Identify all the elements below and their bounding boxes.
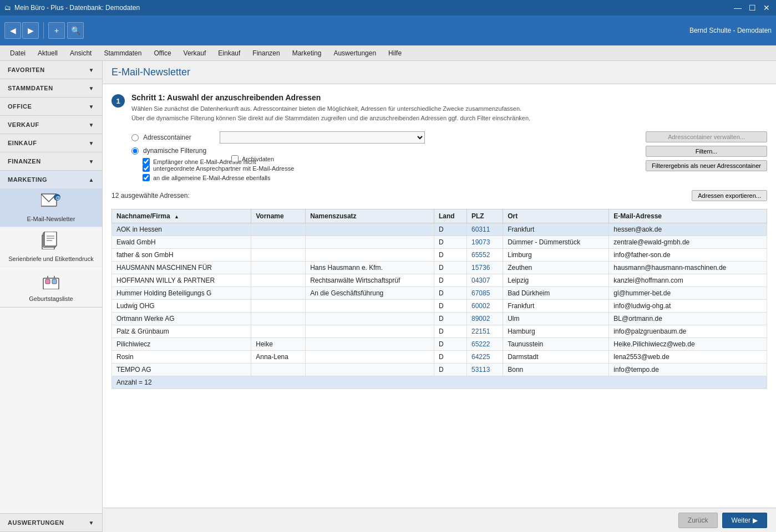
next-button-label: Weiter bbox=[732, 516, 750, 524]
sidebar-header-finanzen[interactable]: FINANZEN ▼ bbox=[0, 152, 102, 170]
chevron-down-icon: ▼ bbox=[89, 520, 94, 526]
table-cell: Leipzig bbox=[503, 274, 609, 287]
table-cell: TEMPO AG bbox=[112, 364, 251, 376]
table-cell: gl@hummer-bet.de bbox=[609, 287, 767, 300]
filtern-button[interactable]: Filtern... bbox=[646, 146, 767, 157]
table-cell: Rechtsanwälte Wirtschaftsprüf bbox=[306, 274, 434, 287]
titlebar-title: Mein Büro - Plus - Datenbank: Demodaten bbox=[14, 4, 140, 12]
menu-datei[interactable]: Datei bbox=[4, 47, 31, 59]
col-header-vorname[interactable]: Vorname bbox=[251, 209, 306, 223]
table-cell: zentrale@ewald-gmbh.de bbox=[609, 236, 767, 249]
adresscontainer-combo[interactable] bbox=[220, 131, 425, 144]
menu-stammdaten[interactable]: Stammdaten bbox=[98, 47, 147, 59]
menu-verkauf[interactable]: Verkauf bbox=[178, 47, 212, 59]
export-button[interactable]: Adressen exportieren... bbox=[692, 190, 767, 201]
table-row[interactable]: TEMPO AGD53113Bonninfo@tempo.de bbox=[112, 364, 767, 376]
col-header-land[interactable]: Land bbox=[434, 209, 466, 223]
menu-marketing[interactable]: Marketing bbox=[287, 47, 327, 59]
col-header-plz[interactable]: PLZ bbox=[467, 209, 503, 223]
check-archivdaten-row: Archivdaten bbox=[231, 155, 637, 162]
table-row[interactable]: HAUSMANN MASCHINEN FÜRHans Hausmann e. K… bbox=[112, 262, 767, 274]
menu-auswertungen[interactable]: Auswertungen bbox=[328, 47, 382, 59]
menu-aktuell[interactable]: Aktuell bbox=[32, 47, 63, 59]
nav-back-button[interactable]: ◀ bbox=[4, 22, 21, 39]
sidebar-header-verkauf[interactable]: VERKAUF ▼ bbox=[0, 116, 102, 134]
sidebar-header-einkauf[interactable]: EINKAUF ▼ bbox=[0, 134, 102, 152]
sidebar-header-office[interactable]: OFFICE ▼ bbox=[0, 98, 102, 115]
form-section: Adresscontainer dynamische Filterung bbox=[131, 131, 767, 183]
table-cell: D bbox=[434, 274, 466, 287]
table-cell: Palz & Grünbaum bbox=[112, 325, 251, 338]
search-button[interactable]: 🔍 bbox=[67, 22, 84, 39]
table-cell bbox=[251, 262, 306, 274]
menu-office[interactable]: Office bbox=[148, 47, 176, 59]
sidebar-header-auswertungen[interactable]: AUSWERTUNGEN ▼ bbox=[0, 514, 102, 531]
filterergebnis-button[interactable]: Filterergebnis als neuer Adresscontainer bbox=[646, 160, 767, 171]
step-title: Schritt 1: Auswahl der anzuschreibenden … bbox=[131, 93, 530, 102]
table-row[interactable]: RosinAnna-LenaD64225Darmstadtlena2553@we… bbox=[112, 351, 767, 364]
table-cell: hessen@aok.de bbox=[609, 223, 767, 236]
table-row[interactable]: Hummer Holding Beteiligungs GAn die Gesc… bbox=[112, 287, 767, 300]
table-cell: D bbox=[434, 287, 466, 300]
maximize-button[interactable]: ☐ bbox=[747, 3, 757, 12]
table-row[interactable]: PilichiwieczHeikeD65222TaunussteinHeike.… bbox=[112, 338, 767, 351]
check-allgemeine[interactable] bbox=[143, 174, 150, 181]
sidebar-header-favoriten[interactable]: FAVORITEN ▼ bbox=[0, 61, 102, 79]
table-cell: Bonn bbox=[503, 364, 609, 376]
sidebar-section-favoriten: FAVORITEN ▼ bbox=[0, 61, 102, 79]
table-cell: AOK in Hessen bbox=[112, 223, 251, 236]
col-header-ort[interactable]: Ort bbox=[503, 209, 609, 223]
table-row[interactable]: Ludwig OHGD60002Frankfurtinfo@ludwig-ohg… bbox=[112, 300, 767, 313]
table-cell: D bbox=[434, 300, 466, 313]
table-cell: An die Geschäftsführung bbox=[306, 287, 434, 300]
next-button[interactable]: Weiter ▶ bbox=[722, 513, 767, 528]
user-label: Bernd Schulte - Demodaten bbox=[689, 27, 772, 34]
col-header-name[interactable]: Nachname/Firma ▲ bbox=[112, 209, 251, 223]
table-row[interactable]: Ortmann Werke AGD89002UlmBL@ortmann.de bbox=[112, 313, 767, 325]
sidebar-header-stammdaten[interactable]: STAMMDATEN ▼ bbox=[0, 79, 102, 97]
check-untergeordnete[interactable] bbox=[143, 165, 150, 172]
table-row[interactable]: father & son GmbHD65552Limburginfo@fathe… bbox=[112, 249, 767, 262]
table-cell bbox=[251, 364, 306, 376]
table-cell: Ulm bbox=[503, 313, 609, 325]
new-button[interactable]: + bbox=[48, 22, 65, 39]
table-cell: BL@ortmann.de bbox=[609, 313, 767, 325]
table-row[interactable]: Palz & GrünbaumD22151Hamburginfo@palzgru… bbox=[112, 325, 767, 338]
sidebar-header-marketing[interactable]: MARKETING ▲ bbox=[0, 171, 102, 188]
table-cell: lena2553@web.de bbox=[609, 351, 767, 364]
toolbar: ◀ ▶ + 🔍 Bernd Schulte - Demodaten bbox=[0, 16, 776, 45]
menu-hilfe[interactable]: Hilfe bbox=[383, 47, 407, 59]
nav-forward-button[interactable]: ▶ bbox=[22, 22, 39, 39]
sidebar-label-stammdaten: STAMMDATEN bbox=[8, 85, 53, 91]
email-newsletter-icon: @ bbox=[41, 193, 61, 213]
table-cell: Limburg bbox=[503, 249, 609, 262]
table-cell: Pilichiwiecz bbox=[112, 338, 251, 351]
radio-adresscontainer[interactable] bbox=[131, 134, 139, 141]
radio-dynamisch[interactable] bbox=[131, 147, 139, 155]
table-cell bbox=[251, 274, 306, 287]
table-row[interactable]: Ewald GmbHD19073Dümmer - Dümmerstückzent… bbox=[112, 236, 767, 249]
step-desc-2: Über die dynamische Filterung können Sie… bbox=[131, 114, 530, 123]
menu-einkauf[interactable]: Einkauf bbox=[212, 47, 246, 59]
sidebar-section-verkauf: VERKAUF ▼ bbox=[0, 116, 102, 134]
adresscontainer-verwalten-button[interactable]: Adresscontainer verwalten... bbox=[646, 131, 767, 142]
table-row[interactable]: HOFFMANN WILLY & PARTNERRechtsanwälte Wi… bbox=[112, 274, 767, 287]
table-cell: HOFFMANN WILLY & PARTNER bbox=[112, 274, 251, 287]
chevron-down-icon: ▼ bbox=[89, 140, 94, 146]
col-header-namenszusatz[interactable]: Namenszusatz bbox=[306, 209, 434, 223]
check-archivdaten[interactable] bbox=[231, 155, 239, 162]
menu-finanzen[interactable]: Finanzen bbox=[247, 47, 285, 59]
col-header-email[interactable]: E-Mail-Adresse bbox=[609, 209, 767, 223]
sidebar-item-email-newsletter[interactable]: @ E-Mail-Newsletter bbox=[0, 188, 102, 227]
sidebar-item-geburtstagsliste[interactable]: Geburtstagsliste bbox=[0, 267, 102, 307]
menu-ansicht[interactable]: Ansicht bbox=[64, 47, 97, 59]
addr-count: 12 ausgewählte Adressen: bbox=[111, 192, 190, 200]
titlebar-controls: — ☐ ✕ bbox=[733, 3, 772, 12]
table-cell: Hummer Holding Beteiligungs G bbox=[112, 287, 251, 300]
sidebar-item-email-newsletter-label: E-Mail-Newsletter bbox=[27, 216, 75, 222]
table-row[interactable]: AOK in HessenD60311Frankfurthessen@aok.d… bbox=[112, 223, 767, 236]
close-button[interactable]: ✕ bbox=[762, 3, 772, 12]
sort-arrow-icon: ▲ bbox=[174, 214, 179, 219]
minimize-button[interactable]: — bbox=[733, 3, 743, 12]
sidebar-item-serienbriefe[interactable]: Serienbriefe und Etikettendruck bbox=[0, 227, 102, 267]
